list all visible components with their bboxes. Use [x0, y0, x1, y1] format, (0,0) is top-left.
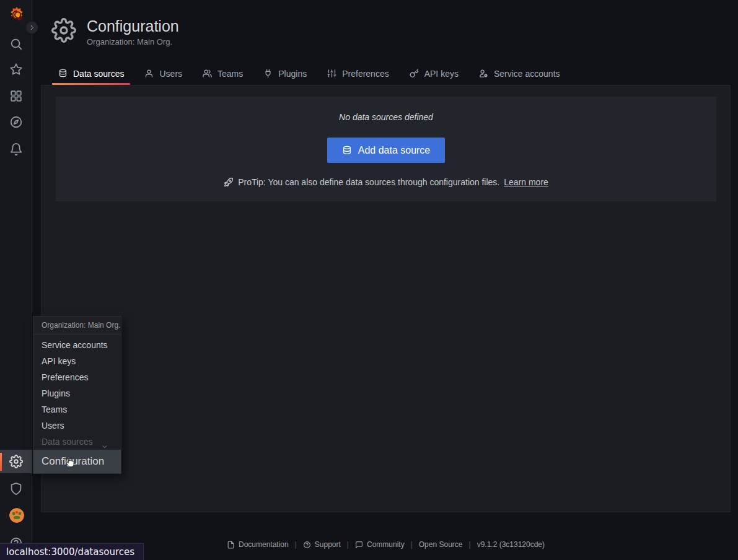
tab-label: Data sources: [73, 69, 124, 79]
tab-plugins[interactable]: Plugins: [256, 63, 314, 84]
gear-icon: [9, 455, 23, 468]
footer-separator: |: [347, 540, 349, 549]
apps-grid-icon: [9, 89, 23, 103]
footer-link-label: Support: [315, 540, 341, 549]
question-circle-icon: [303, 541, 311, 549]
tab-teams[interactable]: Teams: [195, 63, 250, 84]
add-data-source-label: Add data source: [358, 145, 431, 156]
user-icon: [144, 69, 154, 78]
compass-icon: [9, 115, 23, 129]
tab-api-keys[interactable]: API keys: [402, 63, 466, 84]
flyout-item-data-sources[interactable]: Data sources: [33, 434, 121, 450]
document-icon: [227, 541, 235, 549]
flyout-item-service-accounts[interactable]: Service accounts: [33, 337, 121, 353]
key-icon: [410, 69, 419, 78]
tab-bar: Data sources Users Teams Plugins Prefere…: [51, 63, 573, 84]
flyout-item-teams[interactable]: Teams: [33, 401, 121, 418]
active-indicator-bar: [0, 453, 2, 471]
sidebar-item-server-admin[interactable]: [0, 478, 32, 500]
footer-separator: |: [411, 540, 413, 549]
footer-separator: |: [469, 540, 471, 549]
learn-more-link[interactable]: Learn more: [504, 177, 548, 187]
sidebar-item-starred[interactable]: [0, 58, 32, 81]
sidebar-item-dashboards[interactable]: [0, 85, 32, 107]
gear-icon: [51, 18, 76, 43]
search-icon: [9, 37, 23, 51]
configuration-gear: [0, 450, 32, 473]
footer-link-label: Documentation: [239, 540, 289, 549]
sidebar-expand-button[interactable]: [25, 21, 38, 34]
protip-text: ProTip: You can also define data sources…: [238, 177, 499, 187]
sidebar-item-explore[interactable]: [0, 111, 32, 133]
empty-state-panel: No data sources defined Add data source …: [56, 97, 716, 201]
page-header: Configuration Organization: Main Org.: [51, 17, 179, 46]
tab-label: API keys: [424, 69, 459, 79]
user-gear-icon: [479, 69, 488, 78]
footer-link-label: Community: [367, 540, 405, 549]
flyout-item-users[interactable]: Users: [33, 418, 121, 434]
footer-link-support[interactable]: Support: [303, 540, 341, 549]
protip-row: ProTip: You can also define data sources…: [224, 177, 548, 187]
add-data-source-button[interactable]: Add data source: [327, 138, 446, 163]
empty-state-message: No data sources defined: [339, 112, 433, 122]
database-icon: [342, 146, 352, 155]
sidebar-item-search[interactable]: [0, 33, 32, 55]
tab-label: Teams: [217, 69, 243, 79]
flyout-item-label: Data sources: [42, 437, 92, 447]
plug-icon: [263, 69, 273, 78]
flyout-item-plugins[interactable]: Plugins: [33, 385, 121, 401]
footer-separator: |: [295, 540, 297, 549]
mouse-hand-cursor-icon: [63, 455, 77, 468]
flyout-item-preferences[interactable]: Preferences: [33, 369, 121, 385]
footer: Documentation | Support | Community | Op…: [41, 540, 731, 549]
tab-data-sources[interactable]: Data sources: [51, 63, 131, 84]
shield-icon: [9, 482, 23, 496]
sidebar-item-alerting[interactable]: [0, 138, 32, 160]
sliders-icon: [327, 69, 336, 78]
footer-link-community[interactable]: Community: [355, 540, 405, 549]
tab-label: Users: [159, 69, 182, 79]
configuration-flyout-menu: Organization: Main Org. Service accounts…: [33, 316, 121, 474]
footer-link-open-source[interactable]: Open Source: [419, 540, 463, 549]
tab-label: Service accounts: [494, 69, 560, 79]
database-icon: [58, 69, 68, 78]
flyout-item-api-keys[interactable]: API keys: [33, 353, 121, 369]
tab-label: Preferences: [342, 69, 389, 79]
chat-icon: [355, 541, 363, 549]
browser-status-bar: localhost:3000/datasources: [0, 543, 144, 560]
flyout-org-header: Organization: Main Org.: [33, 317, 121, 335]
star-icon: [9, 63, 23, 76]
main-content: No data sources defined Add data source …: [41, 85, 731, 512]
page-title: Configuration: [87, 17, 179, 35]
page-subtitle: Organization: Main Org.: [87, 37, 179, 46]
flyout-items: Service accounts API keys Preferences Pl…: [33, 335, 121, 450]
grafana-logo-icon[interactable]: [7, 6, 26, 24]
flyout-title-configuration[interactable]: Configuration: [33, 450, 121, 473]
footer-link-documentation[interactable]: Documentation: [227, 540, 289, 549]
tab-preferences[interactable]: Preferences: [320, 63, 396, 84]
tab-label: Plugins: [278, 69, 307, 79]
rocket-icon: [224, 177, 234, 187]
chevron-right-icon: [29, 24, 35, 31]
chevron-down-icon: [102, 444, 108, 450]
bell-icon: [9, 142, 23, 156]
avatar[interactable]: [9, 508, 24, 523]
users-icon: [203, 69, 212, 78]
sidebar-item-configuration-active-row[interactable]: [0, 450, 32, 473]
tab-service-accounts[interactable]: Service accounts: [472, 63, 568, 84]
footer-link-label: Open Source: [419, 540, 463, 549]
footer-version: v9.1.2 (3c13120cde): [477, 540, 545, 549]
sidebar: [0, 0, 32, 560]
tab-users[interactable]: Users: [137, 63, 190, 84]
